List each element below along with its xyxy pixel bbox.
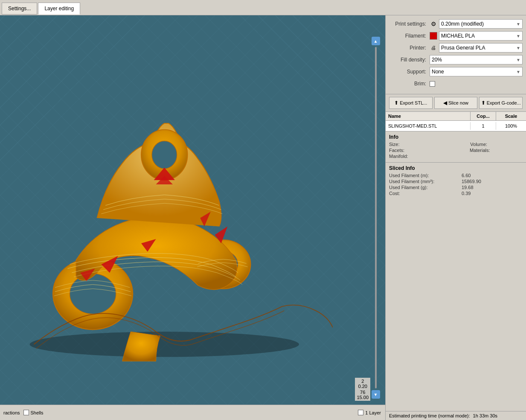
gear-icon: ⚙ bbox=[430, 20, 437, 28]
right-panel: Print settings: ⚙ 0.20mm (modified) ▼ Fi… bbox=[385, 15, 526, 420]
facets-row: Facets: Materials: bbox=[389, 148, 523, 153]
fill-density-value: 20% ▼ bbox=[430, 55, 523, 64]
support-row: Support: None ▼ bbox=[389, 67, 523, 77]
support-dropdown-arrow: ▼ bbox=[516, 70, 520, 74]
est-time-label: Estimated printing time (normal mode): bbox=[389, 413, 470, 418]
object-list-header: Name Cop... Scale bbox=[386, 112, 526, 121]
fill-density-row: Fill density: 20% ▼ bbox=[389, 55, 523, 65]
info-title: Info bbox=[389, 134, 523, 140]
layer-track[interactable] bbox=[375, 47, 377, 388]
print-settings-input[interactable]: 0.20mm (modified) ▼ bbox=[439, 19, 523, 29]
est-time-value: 1h 33m 30s bbox=[473, 413, 497, 418]
tab-bar: Settings... Layer editing bbox=[0, 0, 526, 15]
fractions-label: ractions bbox=[3, 410, 20, 415]
col-name-header: Name bbox=[386, 112, 471, 120]
layer-slider: ▲ ▼ bbox=[370, 37, 381, 399]
fill-density-dropdown-arrow: ▼ bbox=[516, 58, 520, 62]
one-layer-control: 1 Layer bbox=[358, 410, 381, 415]
print-settings-value: ⚙ 0.20mm (modified) ▼ bbox=[430, 19, 523, 29]
layer-down-button[interactable]: ▼ bbox=[372, 390, 380, 399]
object-copies: 1 bbox=[471, 122, 496, 130]
support-text: None bbox=[432, 69, 444, 75]
support-value: None ▼ bbox=[430, 67, 523, 76]
print-settings-dropdown-arrow: ▼ bbox=[516, 22, 520, 26]
print-settings-row: Print settings: ⚙ 0.20mm (modified) ▼ bbox=[389, 19, 523, 29]
filament-mm3-value: 15869.90 bbox=[462, 179, 481, 184]
print-settings-text: 0.20mm (modified) bbox=[441, 21, 484, 27]
fill-density-input[interactable]: 20% ▼ bbox=[430, 55, 523, 64]
printer-value: 🖨 Prusa General PLA ▼ bbox=[430, 43, 523, 52]
export-gcode-label: Export G-code... bbox=[487, 100, 521, 105]
size-label: Size: bbox=[389, 142, 399, 147]
brim-value bbox=[430, 81, 523, 87]
object-scale: 100% bbox=[496, 122, 526, 130]
action-buttons: ⬆ Export STL... ◀ Slice now ⬆ Export G-c… bbox=[386, 94, 526, 112]
filament-value: MICHAEL PLA ▼ bbox=[430, 31, 523, 41]
info-section: Info Size: Volume: Facets: Materials: Ma… bbox=[386, 131, 526, 163]
brim-row: Brim: bbox=[389, 79, 523, 89]
export-gcode-icon: ⬆ bbox=[481, 100, 485, 106]
size-row: Size: Volume: bbox=[389, 142, 523, 147]
filament-m-label: Used Filament (m): bbox=[389, 173, 462, 178]
printer-input[interactable]: Prusa General PLA ▼ bbox=[439, 43, 523, 52]
col-copies-header: Cop... bbox=[471, 112, 496, 120]
shells-checkbox-wrapper: Shells bbox=[23, 410, 44, 415]
svg-point-2 bbox=[70, 274, 116, 314]
layer-up-button[interactable]: ▲ bbox=[372, 37, 380, 45]
filament-g-label: Used Filament (g): bbox=[389, 185, 462, 190]
filament-color-swatch[interactable] bbox=[430, 32, 437, 40]
filament-row: Filament: MICHAEL PLA ▼ bbox=[389, 31, 523, 41]
object-name: SLINGSHOT-MED.STL bbox=[386, 122, 471, 130]
print-settings-label: Print settings: bbox=[389, 21, 430, 27]
fill-density-label: Fill density: bbox=[389, 57, 430, 63]
support-label: Support: bbox=[389, 69, 430, 75]
printer-label: Printer: bbox=[389, 45, 430, 51]
shells-checkbox[interactable] bbox=[23, 410, 29, 415]
materials-label: Materials: bbox=[470, 148, 490, 153]
filament-dropdown-arrow: ▼ bbox=[516, 34, 520, 38]
export-stl-button[interactable]: ⬆ Export STL... bbox=[389, 97, 433, 109]
shells-label: Shells bbox=[31, 410, 44, 415]
export-stl-label: Export STL... bbox=[400, 100, 427, 105]
export-stl-icon: ⬆ bbox=[394, 100, 398, 106]
one-layer-label: 1 Layer bbox=[365, 410, 381, 415]
main-content: ▲ ▼ 2 0.20 76 15.00 ractions Shells 1 La… bbox=[0, 15, 526, 420]
svg-point-6 bbox=[152, 141, 177, 169]
sliced-title: Sliced Info bbox=[389, 165, 523, 171]
manifold-row: Manifold: bbox=[389, 154, 523, 159]
cost-label: Cost: bbox=[389, 191, 462, 196]
printer-icon: 🖨 bbox=[430, 44, 437, 52]
facets-label: Facets: bbox=[389, 148, 404, 153]
tab-layer-editing[interactable]: Layer editing bbox=[38, 3, 80, 15]
slice-now-button[interactable]: ◀ Slice now bbox=[434, 97, 478, 109]
filament-g-row: Used Filament (g): 19.68 bbox=[389, 185, 523, 190]
filament-input[interactable]: MICHAEL PLA ▼ bbox=[439, 31, 523, 41]
support-input[interactable]: None ▼ bbox=[430, 67, 523, 76]
one-layer-checkbox[interactable] bbox=[358, 410, 363, 415]
export-gcode-button[interactable]: ⬆ Export G-code... bbox=[479, 97, 523, 109]
3d-object bbox=[13, 58, 333, 365]
filament-mm3-label: Used Filament (mm³): bbox=[389, 179, 462, 184]
print-settings-section: Print settings: ⚙ 0.20mm (modified) ▼ Fi… bbox=[386, 15, 526, 94]
slice-now-icon: ◀ bbox=[443, 100, 447, 106]
filament-g-value: 19.68 bbox=[462, 185, 474, 190]
cost-value: 0.39 bbox=[462, 191, 471, 196]
filament-text: MICHAEL PLA bbox=[441, 33, 475, 39]
object-list: Name Cop... Scale SLINGSHOT-MED.STL 1 10… bbox=[386, 112, 526, 131]
brim-checkbox[interactable] bbox=[430, 81, 435, 87]
tab-settings[interactable]: Settings... bbox=[2, 3, 37, 15]
printer-row: Printer: 🖨 Prusa General PLA ▼ bbox=[389, 43, 523, 53]
layer-numbers: 2 0.20 76 15.00 bbox=[355, 378, 370, 401]
filament-mm3-row: Used Filament (mm³): 15869.90 bbox=[389, 179, 523, 184]
est-time-row: Estimated printing time (normal mode): 1… bbox=[386, 411, 526, 420]
slice-now-label: Slice now bbox=[448, 100, 468, 105]
viewport-3d[interactable]: ▲ ▼ 2 0.20 76 15.00 ractions Shells 1 La… bbox=[0, 15, 385, 420]
volume-label: Volume: bbox=[470, 142, 487, 147]
sliced-section: Sliced Info Used Filament (m): 6.60 Used… bbox=[386, 163, 526, 411]
table-row[interactable]: SLINGSHOT-MED.STL 1 100% bbox=[386, 121, 526, 131]
fill-density-text: 20% bbox=[432, 57, 442, 63]
filament-m-value: 6.60 bbox=[462, 173, 471, 178]
printer-text: Prusa General PLA bbox=[441, 45, 485, 51]
col-scale-header: Scale bbox=[496, 112, 526, 120]
svg-point-0 bbox=[30, 332, 299, 357]
